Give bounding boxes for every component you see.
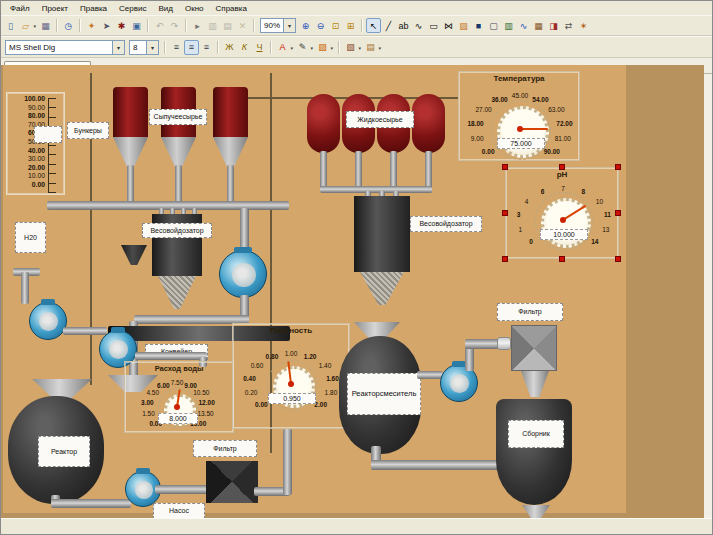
pump-water-1[interactable]: [29, 302, 67, 340]
animation-tool-icon[interactable]: ✶: [576, 18, 591, 33]
reactor-mixer-outlet-h[interactable]: [371, 460, 501, 470]
gauge-water-flow[interactable]: Расход воды 0.001.503.004.506.007.509.00…: [124, 361, 234, 433]
pump-filter-pipe[interactable]: [155, 485, 211, 494]
gauge-density[interactable]: Плотность 0.000.200.400.600.801.001.201.…: [232, 323, 350, 429]
gauge-value[interactable]: 75.000: [497, 138, 545, 149]
line-color-button-icon[interactable]: ✎: [295, 40, 310, 55]
package-button-icon[interactable]: ▣: [129, 18, 144, 33]
silo-header-pipe[interactable]: [47, 201, 289, 210]
pump1-pump2-pipe[interactable]: [63, 327, 107, 335]
font-size-combo-dropdown-icon[interactable]: ▾: [146, 41, 158, 54]
label-bunkers[interactable]: Бункеры: [67, 122, 109, 139]
density-riser-pipe[interactable]: [283, 429, 292, 495]
select-tool-icon[interactable]: ↖: [366, 18, 381, 33]
align-right-button-icon[interactable]: ≡: [199, 40, 214, 55]
text-tool-icon[interactable]: ab: [396, 18, 411, 33]
filter-bottom[interactable]: [206, 461, 258, 503]
trend-tool-icon[interactable]: ∿: [516, 18, 531, 33]
hatch-button-icon[interactable]: ▤: [363, 40, 378, 55]
gauge-value[interactable]: 10.000: [540, 229, 588, 240]
gauge-temperature[interactable]: Температура 0.009.0018.0027.0036.0045.00…: [458, 71, 580, 161]
zoom-fit-button-icon[interactable]: ⊡: [328, 18, 343, 33]
mnemonic-canvas[interactable]: 100.0090.0080.0070.0060.0050.0040.0030.0…: [3, 65, 626, 513]
line-tool-icon[interactable]: ╱: [381, 18, 396, 33]
chart-tool-icon[interactable]: ▥: [501, 18, 516, 33]
silo-1[interactable]: [113, 87, 148, 137]
liquid-pipe-1[interactable]: [320, 151, 327, 191]
underline-button-icon[interactable]: Ч: [252, 40, 267, 55]
run-button-icon[interactable]: ✦: [84, 18, 99, 33]
liquid-tank-4[interactable]: [412, 94, 445, 153]
menu-item-вид[interactable]: Вид: [152, 3, 178, 14]
align-left-button-icon[interactable]: ≡: [169, 40, 184, 55]
profiler-button-icon[interactable]: ◷: [61, 18, 76, 33]
selection-handle-w[interactable]: [502, 210, 508, 216]
silo-2-pipe[interactable]: [175, 165, 182, 203]
deploy-button-icon[interactable]: ➤: [99, 18, 114, 33]
zoom-out-button-icon[interactable]: ⊖: [313, 18, 328, 33]
label-weight-doser-2[interactable]: Весовойдозатор: [410, 216, 482, 232]
font-color-button-icon[interactable]: A: [275, 40, 290, 55]
font-combo[interactable]: MS Shell Dlg▾: [5, 40, 125, 55]
selection-handle-ne[interactable]: [615, 164, 621, 170]
selection-handle-sw[interactable]: [502, 256, 508, 262]
silo-1-pipe[interactable]: [127, 165, 134, 203]
label-filter-right[interactable]: Фильтр: [497, 303, 563, 321]
italic-button-icon[interactable]: К: [237, 40, 252, 55]
selection-handle-se[interactable]: [615, 256, 621, 262]
panel-tool-icon[interactable]: ■: [471, 18, 486, 33]
new-document-button-icon[interactable]: ▯: [3, 18, 18, 33]
paste-button-icon[interactable]: ▤: [220, 18, 235, 33]
delete-button-icon[interactable]: ✕: [235, 18, 250, 33]
open-project-button-icon[interactable]: ▱: [18, 18, 33, 33]
bold-button-icon[interactable]: Ж: [222, 40, 237, 55]
align-center-button-icon[interactable]: ≡: [184, 40, 199, 55]
polyline-tool-icon[interactable]: ∿: [411, 18, 426, 33]
menu-item-справка[interactable]: Справка: [210, 3, 253, 14]
undo-button-icon[interactable]: ↶: [152, 18, 167, 33]
label-liquid-material[interactable]: Жидкоесырье: [346, 111, 414, 128]
gauge-value[interactable]: 8.000: [158, 413, 198, 424]
pump2-outlet-pipe[interactable]: [135, 352, 207, 360]
rectangle-tool-icon[interactable]: ▭: [426, 18, 441, 33]
menu-item-проект[interactable]: Проект: [36, 3, 74, 14]
label-collector[interactable]: Сборник: [508, 420, 564, 448]
zoom-combo-dropdown-icon[interactable]: ▾: [283, 19, 295, 32]
zoom-combo[interactable]: 90%▾: [260, 18, 296, 33]
control-tool-icon[interactable]: ◨: [546, 18, 561, 33]
label-pump[interactable]: Насос: [153, 503, 205, 519]
gauge-value[interactable]: 0.950: [268, 393, 316, 404]
label-bulk-material[interactable]: Сыпучеесырье: [149, 109, 207, 125]
liquid-tank-1[interactable]: [307, 94, 340, 153]
silo-3[interactable]: [213, 87, 248, 137]
font-size-combo[interactable]: 8▾: [129, 40, 159, 55]
table-tool-icon[interactable]: ▦: [531, 18, 546, 33]
copy-button-icon[interactable]: ▥: [205, 18, 220, 33]
menu-item-сервис[interactable]: Сервис: [113, 3, 152, 14]
collector-tank[interactable]: [496, 399, 572, 505]
pipe-thin-vertical-left[interactable]: [90, 73, 92, 385]
properties-button-icon[interactable]: ▸: [190, 18, 205, 33]
label-filter-bottom[interactable]: Фильтр: [193, 440, 257, 457]
label-reactor[interactable]: Реактор: [38, 436, 90, 467]
selection-handle-nw[interactable]: [502, 164, 508, 170]
debug-button-icon[interactable]: ✱: [114, 18, 129, 33]
filter-right[interactable]: [511, 325, 557, 371]
font-combo-dropdown-icon[interactable]: ▾: [112, 41, 124, 54]
polygon-tool-icon[interactable]: ⋈: [441, 18, 456, 33]
selection-handle-n[interactable]: [559, 164, 565, 170]
gauge-ph[interactable]: pH 01346781011131410.000: [505, 167, 619, 259]
weight-doser-2[interactable]: [354, 196, 410, 272]
selection-handle-e[interactable]: [615, 210, 621, 216]
image-tool-icon[interactable]: ▨: [456, 18, 471, 33]
button-tool-icon[interactable]: ▢: [486, 18, 501, 33]
level-scale[interactable]: 100.0090.0080.0070.0060.0050.0040.0030.0…: [6, 92, 65, 195]
label-h2o[interactable]: H20: [15, 222, 46, 253]
save-all-button-icon[interactable]: ▦: [38, 18, 53, 33]
brush-color-button-icon[interactable]: ▧: [343, 40, 358, 55]
menu-item-окно[interactable]: Окно: [179, 3, 210, 14]
pump-middle[interactable]: [219, 250, 267, 298]
liquid-manifold-pipe[interactable]: [320, 186, 432, 193]
zoom-region-button-icon[interactable]: ⊞: [343, 18, 358, 33]
selection-handle-s[interactable]: [559, 256, 565, 262]
